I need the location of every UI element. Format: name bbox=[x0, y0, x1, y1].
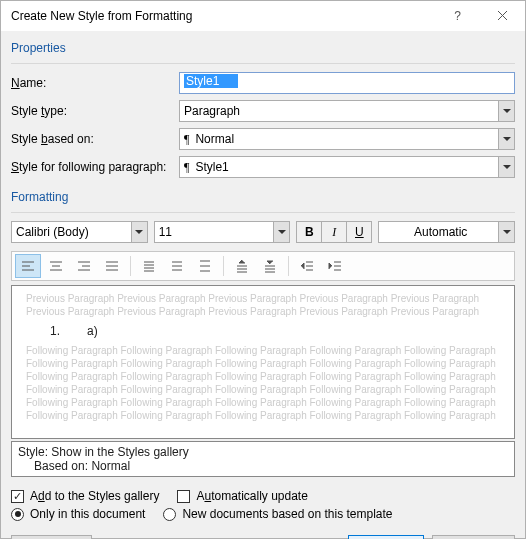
section-properties: Properties bbox=[11, 41, 515, 55]
radio-icon bbox=[163, 508, 176, 521]
rule bbox=[11, 63, 515, 64]
align-justify-button[interactable] bbox=[99, 254, 125, 278]
styletype-label: Style type: bbox=[11, 104, 179, 118]
space-before-inc-button[interactable] bbox=[229, 254, 255, 278]
chevron-down-icon[interactable] bbox=[498, 101, 514, 121]
basedon-select[interactable]: ¶Normal bbox=[179, 128, 515, 150]
cancel-button[interactable]: Cancel bbox=[432, 535, 515, 539]
name-input[interactable] bbox=[179, 72, 515, 94]
help-button[interactable]: ? bbox=[435, 1, 480, 31]
pilcrow-icon: ¶ bbox=[184, 160, 189, 175]
space-before-dec-button[interactable] bbox=[257, 254, 283, 278]
font-select[interactable]: Calibri (Body) bbox=[11, 221, 148, 243]
close-button[interactable] bbox=[480, 1, 525, 31]
decrease-indent-button[interactable] bbox=[294, 254, 320, 278]
following-label: Style for following paragraph: bbox=[11, 160, 179, 174]
following-select[interactable]: ¶Style1 bbox=[179, 156, 515, 178]
style-description-box: Style: Show in the Styles gallery Based … bbox=[11, 441, 515, 477]
titlebar: Create New Style from Formatting ? bbox=[1, 1, 525, 31]
format-button[interactable]: Format bbox=[11, 535, 92, 539]
ghost-previous: Previous Paragraph Previous Paragraph Pr… bbox=[26, 292, 500, 318]
rule bbox=[11, 212, 515, 213]
underline-button[interactable]: U bbox=[346, 221, 372, 243]
new-docs-radio[interactable]: New documents based on this template bbox=[163, 507, 392, 521]
bold-button[interactable]: B bbox=[296, 221, 322, 243]
align-center-button[interactable] bbox=[43, 254, 69, 278]
name-label: Name: bbox=[11, 76, 179, 90]
spacing-2-button[interactable] bbox=[192, 254, 218, 278]
radio-icon bbox=[11, 508, 24, 521]
dialog-title: Create New Style from Formatting bbox=[11, 9, 435, 23]
add-to-gallery-checkbox[interactable]: Add to the Styles gallery bbox=[11, 489, 159, 503]
paragraph-toolbar bbox=[11, 251, 515, 281]
chevron-down-icon[interactable] bbox=[273, 222, 289, 242]
sample-text: 1. a) bbox=[50, 324, 500, 338]
checkbox-icon bbox=[11, 490, 24, 503]
section-formatting: Formatting bbox=[11, 190, 515, 204]
chevron-down-icon[interactable] bbox=[498, 157, 514, 177]
only-this-doc-radio[interactable]: Only in this document bbox=[11, 507, 145, 521]
ok-button[interactable]: OK bbox=[348, 535, 423, 539]
fontcolor-select[interactable]: Automatic bbox=[378, 221, 515, 243]
spacing-1-button[interactable] bbox=[136, 254, 162, 278]
align-left-button[interactable] bbox=[15, 254, 41, 278]
name-input-field[interactable] bbox=[184, 74, 238, 88]
chevron-down-icon[interactable] bbox=[498, 129, 514, 149]
italic-button[interactable]: I bbox=[321, 221, 347, 243]
preview-box: Previous Paragraph Previous Paragraph Pr… bbox=[11, 285, 515, 439]
ghost-following: Following Paragraph Following Paragraph … bbox=[26, 344, 500, 422]
styletype-select[interactable]: Paragraph bbox=[179, 100, 515, 122]
basedon-label: Style based on: bbox=[11, 132, 179, 146]
fontsize-select[interactable]: 11 bbox=[154, 221, 291, 243]
increase-indent-button[interactable] bbox=[322, 254, 348, 278]
chevron-down-icon[interactable] bbox=[131, 222, 147, 242]
spacing-15-button[interactable] bbox=[164, 254, 190, 278]
auto-update-checkbox[interactable]: Automatically update bbox=[177, 489, 307, 503]
pilcrow-icon: ¶ bbox=[184, 132, 189, 147]
checkbox-icon bbox=[177, 490, 190, 503]
dialog-create-style: Create New Style from Formatting ? Prope… bbox=[0, 0, 526, 539]
align-right-button[interactable] bbox=[71, 254, 97, 278]
chevron-down-icon[interactable] bbox=[498, 222, 514, 242]
